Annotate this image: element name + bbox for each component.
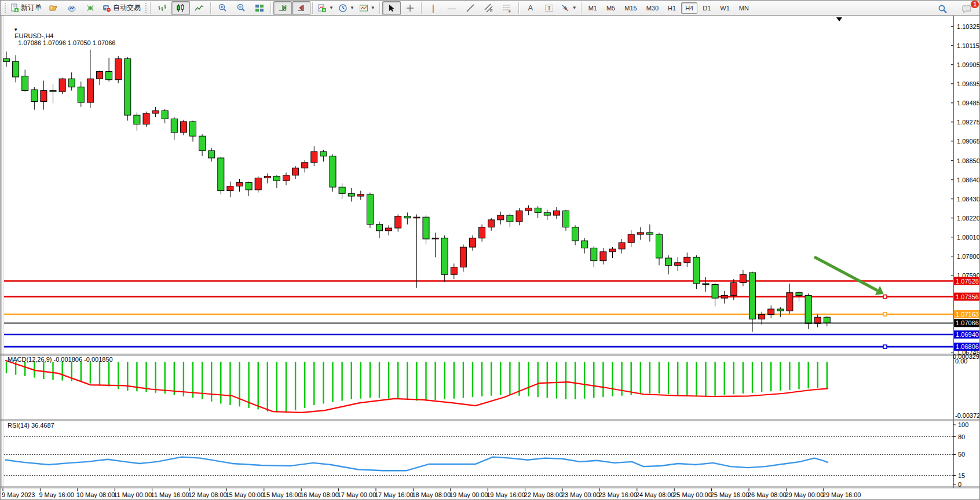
new-order-button[interactable]: 新订单: [8, 1, 44, 15]
candle-body: [246, 182, 252, 190]
candle-body: [759, 314, 765, 319]
candle-body: [609, 249, 616, 252]
timeframe-m15[interactable]: M15: [620, 2, 641, 14]
price-tick-label: 1.09485: [957, 100, 980, 106]
toolbar-grip[interactable]: [144, 3, 147, 13]
arrows-caret: ▼: [572, 5, 577, 10]
candle-body: [656, 234, 663, 258]
time-axis-label: 26 May 08:00: [748, 491, 787, 498]
candle-body: [22, 76, 28, 90]
level-line-handle[interactable]: [883, 312, 887, 316]
price-tick-label: 1.09695: [957, 80, 980, 87]
candle-body: [805, 295, 811, 323]
symbol-dropdown-icon[interactable]: ▼: [13, 27, 18, 32]
text-tool-button[interactable]: A: [521, 1, 540, 15]
tile-windows-button[interactable]: [250, 1, 269, 15]
toolbar-grip[interactable]: [3, 3, 6, 13]
search-button[interactable]: [933, 2, 952, 16]
time-axis-label: 17 May 16:00: [375, 491, 414, 498]
time-axis-label: 29 May 00:00: [785, 491, 824, 498]
vertical-line-tool-button[interactable]: |: [424, 1, 443, 15]
timeframe-m30[interactable]: M30: [642, 2, 663, 14]
timeframe-m1[interactable]: M1: [584, 2, 601, 14]
candle-body: [787, 293, 793, 311]
text-label-tool-button[interactable]: T: [540, 1, 558, 15]
price-tick-label: 1.09275: [957, 119, 980, 126]
indicators-button[interactable]: ▼: [315, 1, 336, 15]
equidistant-channel-icon: E: [484, 3, 493, 13]
horizontal-line-tool-button[interactable]: —: [443, 1, 461, 15]
timeframe-h4[interactable]: H4: [681, 2, 697, 14]
cursor-tool-button[interactable]: [382, 1, 401, 15]
price-tick-label: 1.07800: [957, 253, 980, 260]
periods-caret: ▼: [350, 5, 354, 10]
price-tick-label: 1.08640: [957, 177, 980, 183]
time-axis-label: 15 May 16:00: [263, 491, 302, 498]
notifications-button[interactable]: 1: [957, 2, 976, 16]
candle-body: [423, 217, 429, 239]
chart-shift-button[interactable]: [292, 1, 310, 15]
crosshair-tool-button[interactable]: [401, 1, 419, 15]
time-axis-label: 9 May 16:00: [39, 491, 74, 498]
candle-body: [470, 238, 476, 247]
zoom-out-icon: [236, 3, 246, 13]
candle-body: [749, 273, 756, 319]
candle-body: [740, 274, 746, 282]
chart-canvas[interactable]: 1.103251.101151.099051.096951.094851.092…: [1, 1, 980, 500]
timeframe-mn[interactable]: MN: [735, 2, 753, 14]
profiles-button[interactable]: [44, 1, 63, 15]
candle-body: [78, 87, 84, 102]
trendline-icon: [466, 4, 474, 12]
time-axis-label: 12 May 08:00: [188, 491, 227, 498]
templates-button[interactable]: ▼: [357, 1, 378, 15]
candle-body: [330, 156, 336, 187]
trendline-tool-button[interactable]: [461, 1, 480, 15]
candle-body: [199, 136, 206, 150]
time-axis-label: 23 May 00:00: [561, 491, 600, 498]
timeframe-d1[interactable]: D1: [699, 2, 715, 14]
candle-body: [311, 152, 317, 163]
candle-body: [31, 90, 38, 101]
candle-body: [703, 284, 709, 285]
candle-body: [730, 282, 737, 295]
level-line-handle[interactable]: [883, 295, 887, 299]
time-axis-label: 9 May 2023: [2, 491, 35, 498]
auto-scroll-button[interactable]: [273, 1, 292, 15]
line-chart-mode-button[interactable]: [190, 1, 209, 15]
candle-body: [125, 59, 131, 115]
time-axis-label: 29 May 16:00: [822, 491, 861, 498]
fibonacci-tool-button[interactable]: F: [498, 1, 517, 15]
candle-body: [376, 225, 383, 231]
arrows-tool-button[interactable]: ▼: [558, 1, 579, 15]
candle-body: [525, 208, 532, 211]
line-chart-icon: [195, 3, 204, 13]
bar-chart-mode-button[interactable]: [153, 1, 171, 15]
signals-button[interactable]: [81, 1, 100, 15]
periods-button[interactable]: ▼: [336, 1, 357, 15]
candlestick-mode-button[interactable]: [171, 1, 190, 15]
candle-body: [59, 79, 65, 91]
level-line-handle[interactable]: [883, 345, 887, 348]
cursor-icon: [387, 4, 396, 12]
timeframe-w1[interactable]: W1: [716, 2, 734, 14]
candle-body: [516, 211, 522, 222]
periods-clock-icon: [338, 3, 348, 13]
timeframe-m5[interactable]: M5: [602, 2, 619, 14]
zoom-out-button[interactable]: [232, 1, 250, 15]
candle-body: [441, 238, 448, 274]
text-icon: A: [528, 4, 533, 12]
autotrading-button[interactable]: 自动交易: [100, 1, 143, 15]
candle-body: [460, 247, 466, 267]
zoom-in-button[interactable]: [213, 1, 232, 15]
templates-icon: [359, 3, 368, 13]
symbol-timeframe-label: EURUSD-,H4: [14, 32, 53, 39]
candle-body: [68, 79, 75, 87]
svg-text:-0.003725: -0.003725: [955, 412, 980, 419]
channel-tool-button[interactable]: E: [480, 1, 498, 15]
candle-body: [152, 111, 159, 113]
market-watch-button[interactable]: [63, 1, 81, 15]
candle-body: [292, 168, 299, 175]
timeframe-h1[interactable]: H1: [664, 2, 680, 14]
fibonacci-icon: F: [503, 3, 512, 13]
candle-body: [814, 317, 821, 323]
